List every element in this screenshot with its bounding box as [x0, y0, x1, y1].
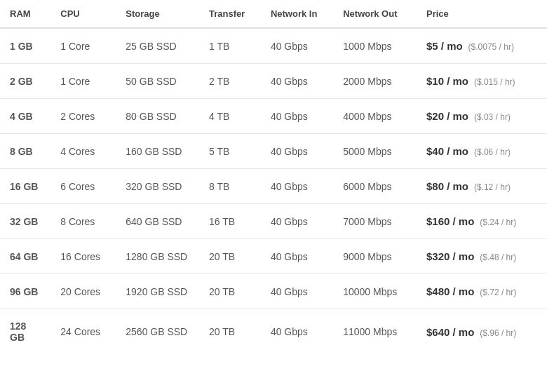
price-main: $5 / mo	[426, 40, 463, 52]
price-sub: ($.24 / hr)	[480, 217, 516, 227]
cell-ram: 128 GB	[0, 309, 50, 355]
price-main: $40 / mo	[426, 145, 468, 157]
cell-storage: 1280 GB SSD	[116, 239, 199, 274]
price-main: $320 / mo	[426, 250, 474, 262]
cell-price: $640 / mo ($.96 / hr)	[417, 309, 547, 355]
cell-network-out: 9000 Mbps	[333, 239, 417, 274]
cell-network-in: 40 Gbps	[261, 169, 333, 204]
price-main: $10 / mo	[426, 75, 468, 87]
price-main: $640 / mo	[426, 326, 474, 338]
header-network-out: Network Out	[333, 0, 417, 28]
cell-network-out: 2000 Mbps	[333, 64, 417, 99]
cell-network-out: 7000 Mbps	[333, 204, 417, 239]
cell-cpu: 20 Cores	[50, 274, 116, 309]
price-sub: ($.015 / hr)	[474, 77, 515, 87]
cell-ram: 32 GB	[0, 204, 50, 239]
cell-network-in: 40 Gbps	[261, 204, 333, 239]
cell-network-in: 40 Gbps	[261, 134, 333, 169]
cell-storage: 80 GB SSD	[116, 99, 199, 134]
price-main: $20 / mo	[426, 110, 468, 122]
cell-network-in: 40 Gbps	[261, 28, 333, 64]
price-main: $480 / mo	[426, 285, 474, 297]
cell-transfer: 5 TB	[199, 134, 261, 169]
price-sub: ($.96 / hr)	[480, 328, 516, 338]
cell-storage: 25 GB SSD	[116, 28, 199, 64]
pricing-table: RAM CPU Storage Transfer Network In Netw…	[0, 0, 547, 354]
price-sub: ($.03 / hr)	[474, 112, 511, 122]
cell-transfer: 4 TB	[199, 99, 261, 134]
cell-cpu: 2 Cores	[50, 99, 116, 134]
price-sub: ($.48 / hr)	[480, 252, 516, 262]
cell-ram: 4 GB	[0, 99, 50, 134]
cell-network-out: 10000 Mbps	[333, 274, 417, 309]
table-row: 16 GB 6 Cores 320 GB SSD 8 TB 40 Gbps 60…	[0, 169, 547, 204]
cell-storage: 640 GB SSD	[116, 204, 199, 239]
cell-price: $80 / mo ($.12 / hr)	[417, 169, 547, 204]
cell-cpu: 1 Core	[50, 64, 116, 99]
table-row: 128 GB 24 Cores 2560 GB SSD 20 TB 40 Gbp…	[0, 309, 547, 355]
cell-storage: 1920 GB SSD	[116, 274, 199, 309]
cell-price: $10 / mo ($.015 / hr)	[417, 64, 547, 99]
cell-transfer: 20 TB	[199, 239, 261, 274]
header-transfer: Transfer	[199, 0, 261, 28]
cell-network-out: 4000 Mbps	[333, 99, 417, 134]
price-main: $160 / mo	[426, 215, 474, 227]
price-sub: ($.0075 / hr)	[468, 42, 514, 52]
cell-transfer: 20 TB	[199, 274, 261, 309]
cell-transfer: 2 TB	[199, 64, 261, 99]
table-header-row: RAM CPU Storage Transfer Network In Netw…	[0, 0, 547, 28]
price-sub: ($.12 / hr)	[474, 182, 511, 192]
table-row: 4 GB 2 Cores 80 GB SSD 4 TB 40 Gbps 4000…	[0, 99, 547, 134]
price-main: $80 / mo	[426, 180, 468, 192]
table-row: 2 GB 1 Core 50 GB SSD 2 TB 40 Gbps 2000 …	[0, 64, 547, 99]
cell-cpu: 4 Cores	[50, 134, 116, 169]
cell-price: $20 / mo ($.03 / hr)	[417, 99, 547, 134]
cell-storage: 160 GB SSD	[116, 134, 199, 169]
table-row: 64 GB 16 Cores 1280 GB SSD 20 TB 40 Gbps…	[0, 239, 547, 274]
header-ram: RAM	[0, 0, 50, 28]
cell-cpu: 16 Cores	[50, 239, 116, 274]
header-storage: Storage	[116, 0, 199, 28]
cell-storage: 50 GB SSD	[116, 64, 199, 99]
cell-price: $40 / mo ($.06 / hr)	[417, 134, 547, 169]
cell-network-out: 11000 Mbps	[333, 309, 417, 355]
cell-ram: 16 GB	[0, 169, 50, 204]
price-sub: ($.06 / hr)	[474, 147, 511, 157]
cell-ram: 2 GB	[0, 64, 50, 99]
cell-price: $480 / mo ($.72 / hr)	[417, 274, 547, 309]
cell-cpu: 6 Cores	[50, 169, 116, 204]
price-sub: ($.72 / hr)	[480, 288, 516, 297]
cell-network-in: 40 Gbps	[261, 309, 333, 355]
table-row: 8 GB 4 Cores 160 GB SSD 5 TB 40 Gbps 500…	[0, 134, 547, 169]
cell-ram: 96 GB	[0, 274, 50, 309]
table-row: 96 GB 20 Cores 1920 GB SSD 20 TB 40 Gbps…	[0, 274, 547, 309]
cell-cpu: 1 Core	[50, 28, 116, 64]
cell-transfer: 20 TB	[199, 309, 261, 355]
cell-price: $160 / mo ($.24 / hr)	[417, 204, 547, 239]
cell-network-in: 40 Gbps	[261, 239, 333, 274]
cell-network-in: 40 Gbps	[261, 64, 333, 99]
header-price: Price	[417, 0, 547, 28]
table-row: 32 GB 8 Cores 640 GB SSD 16 TB 40 Gbps 7…	[0, 204, 547, 239]
cell-storage: 320 GB SSD	[116, 169, 199, 204]
cell-transfer: 8 TB	[199, 169, 261, 204]
cell-price: $320 / mo ($.48 / hr)	[417, 239, 547, 274]
table-row: 1 GB 1 Core 25 GB SSD 1 TB 40 Gbps 1000 …	[0, 28, 547, 64]
header-network-in: Network In	[261, 0, 333, 28]
cell-ram: 64 GB	[0, 239, 50, 274]
header-cpu: CPU	[50, 0, 116, 28]
cell-network-out: 1000 Mbps	[333, 28, 417, 64]
cell-ram: 8 GB	[0, 134, 50, 169]
cell-cpu: 8 Cores	[50, 204, 116, 239]
cell-ram: 1 GB	[0, 28, 50, 64]
cell-transfer: 1 TB	[199, 28, 261, 64]
cell-transfer: 16 TB	[199, 204, 261, 239]
cell-storage: 2560 GB SSD	[116, 309, 199, 355]
cell-price: $5 / mo ($.0075 / hr)	[417, 28, 547, 64]
cell-network-out: 5000 Mbps	[333, 134, 417, 169]
cell-network-in: 40 Gbps	[261, 99, 333, 134]
cell-cpu: 24 Cores	[50, 309, 116, 355]
cell-network-in: 40 Gbps	[261, 274, 333, 309]
cell-network-out: 6000 Mbps	[333, 169, 417, 204]
